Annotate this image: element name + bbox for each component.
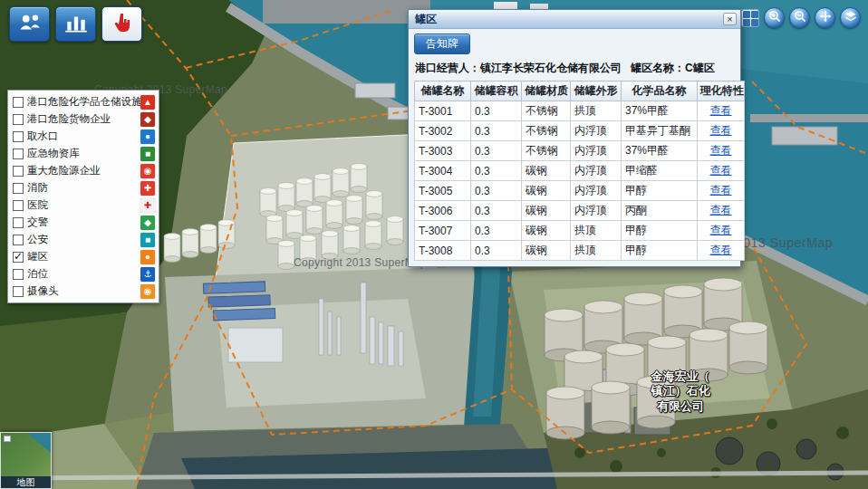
tank-table: 储罐名称 储罐容积 储罐材质 储罐外形 化学品名称 理化特性 xyxy=(414,81,745,261)
view-link[interactable]: 查看 xyxy=(710,124,732,137)
view-link[interactable]: 查看 xyxy=(710,104,732,117)
view-link[interactable]: 查看 xyxy=(710,224,732,236)
tank-name-cell: T-3003 xyxy=(415,141,471,161)
tank-volume-cell: 0.3 xyxy=(471,121,522,141)
tank-row: T-3005 0.3 碳钢 内浮顶 甲醇 查看 xyxy=(415,181,745,201)
tank-shape-cell: 内浮顶 xyxy=(571,141,622,161)
overview-minimap[interactable]: 地图 xyxy=(0,432,52,489)
bar-chart-icon xyxy=(63,12,89,36)
layer-checkbox[interactable] xyxy=(13,149,24,159)
layer-type-icon: ■ xyxy=(140,233,155,247)
tank-area-label: 罐区名称： xyxy=(631,62,685,74)
tank-chemical-cell: 甲醇 xyxy=(622,181,698,201)
tank-row: T-3006 0.3 碳钢 内浮顶 丙酮 查看 xyxy=(415,201,745,221)
statistics-button[interactable] xyxy=(55,6,96,42)
dialog-body: 告知牌 港口经营人：镇江李长荣石化仓储有限公司罐区名称：C罐区 储罐名称 储罐容… xyxy=(409,29,740,266)
layer-type-icon: ● xyxy=(140,129,155,144)
view-link[interactable]: 查看 xyxy=(710,204,732,216)
layer-checkbox[interactable] xyxy=(13,97,24,108)
zoom-out-button[interactable] xyxy=(789,7,810,28)
tank-shape-cell: 拱顶 xyxy=(571,221,622,241)
dialog-titlebar[interactable]: 罐区 × xyxy=(409,10,740,29)
view-link[interactable]: 查看 xyxy=(710,184,732,197)
layer-row[interactable]: 重大危险源企业 ◉ xyxy=(10,162,157,179)
tank-chemical-cell: 甲基异丁基酮 xyxy=(622,121,698,141)
tank-shape-cell: 内浮顶 xyxy=(571,121,622,141)
layer-row[interactable]: 取水口 ● xyxy=(10,128,157,145)
layer-row[interactable]: 医院 ✚ xyxy=(10,197,157,214)
tank-shape-cell: 拱顶 xyxy=(571,241,622,261)
layer-checkbox[interactable] xyxy=(13,286,24,297)
touch-mode-button[interactable] xyxy=(101,6,142,42)
tank-shape-cell: 内浮顶 xyxy=(571,161,622,181)
zoom-out-icon xyxy=(794,10,806,25)
layer-label: 公安 xyxy=(27,233,140,246)
tank-area-dialog: 罐区 × 告知牌 港口经营人：镇江李长荣石化仓储有限公司罐区名称：C罐区 储罐名… xyxy=(408,9,741,267)
view-link[interactable]: 查看 xyxy=(710,144,732,157)
layers-button[interactable] xyxy=(840,7,861,28)
layer-checkbox[interactable] xyxy=(13,252,24,263)
layer-panel: 港口危险化学品仓储设施 ▲ 港口危险货物企业 ◆ 取水口 ● 应急物资库 ■ 重… xyxy=(7,90,159,303)
layer-label: 港口危险货物企业 xyxy=(27,112,140,126)
view-link[interactable]: 查看 xyxy=(710,164,732,177)
tank-chemical-cell: 37%甲醛 xyxy=(622,141,698,161)
tank-material-cell: 碳钢 xyxy=(522,181,571,201)
layer-checkbox[interactable] xyxy=(13,166,24,177)
layer-label: 泊位 xyxy=(27,267,140,281)
close-icon[interactable]: × xyxy=(723,13,737,25)
layer-row[interactable]: 公安 ■ xyxy=(10,231,157,248)
tank-volume-cell: 0.3 xyxy=(471,181,522,201)
tank-row: T-3007 0.3 碳钢 拱顶 甲醇 查看 xyxy=(415,221,745,241)
tank-material-cell: 不锈钢 xyxy=(522,121,571,141)
layer-row[interactable]: 消防 ✚ xyxy=(10,179,157,197)
layer-checkbox[interactable] xyxy=(13,183,24,194)
zoom-in-icon xyxy=(768,10,781,25)
grid-layout-button[interactable] xyxy=(741,9,759,27)
view-link[interactable]: 查看 xyxy=(710,244,732,256)
zoom-in-button[interactable] xyxy=(764,7,785,28)
notice-board-button[interactable]: 告知牌 xyxy=(414,34,470,54)
layer-row[interactable]: 泊位 ⚓ xyxy=(10,265,157,283)
layer-checkbox[interactable] xyxy=(13,235,24,245)
layer-label: 港口危险化学品仓储设施 xyxy=(27,95,140,109)
tank-name-cell: T-3007 xyxy=(415,221,471,241)
tank-row: T-3003 0.3 不锈钢 内浮顶 37%甲醛 查看 xyxy=(415,141,745,161)
tank-chemical-cell: 37%甲醛 xyxy=(622,101,698,121)
map-controls xyxy=(741,7,861,28)
layer-type-icon: ✚ xyxy=(140,181,155,196)
dialog-info-line: 港口经营人：镇江李长荣石化仓储有限公司罐区名称：C罐区 xyxy=(415,61,735,76)
layer-row[interactable]: 港口危险货物企业 ◆ xyxy=(10,110,157,128)
layer-row[interactable]: 港口危险化学品仓储设施 ▲ xyxy=(10,93,157,110)
tank-chemical-cell: 丙酮 xyxy=(622,201,698,221)
pan-button[interactable] xyxy=(815,7,835,28)
tank-volume-cell: 0.3 xyxy=(471,161,522,181)
table-header: 储罐材质 xyxy=(522,82,571,101)
layer-checkbox[interactable] xyxy=(13,131,24,142)
layer-checkbox[interactable] xyxy=(13,200,24,211)
tank-shape-cell: 内浮顶 xyxy=(571,201,622,221)
tank-volume-cell: 0.3 xyxy=(471,241,522,261)
layer-label: 医院 xyxy=(27,198,140,212)
dialog-title: 罐区 xyxy=(415,12,723,27)
layer-row[interactable]: 罐区 ● xyxy=(10,248,157,265)
layer-checkbox[interactable] xyxy=(13,114,24,125)
layer-label: 罐区 xyxy=(27,250,140,264)
tank-name-cell: T-3005 xyxy=(415,181,471,201)
table-header: 储罐名称 xyxy=(415,82,471,101)
layer-checkbox[interactable] xyxy=(13,217,24,228)
layer-checkbox[interactable] xyxy=(13,269,24,280)
tank-row: T-3004 0.3 碳钢 内浮顶 甲缩醛 查看 xyxy=(415,161,745,181)
layer-type-icon: ◉ xyxy=(140,284,155,299)
layer-label: 交警 xyxy=(27,216,140,229)
table-header-row: 储罐名称 储罐容积 储罐材质 储罐外形 化学品名称 理化特性 xyxy=(415,82,745,101)
layer-label: 重大危险源企业 xyxy=(27,164,140,177)
table-header: 储罐容积 xyxy=(471,82,522,101)
tank-material-cell: 碳钢 xyxy=(522,241,571,261)
layer-row[interactable]: 应急物资库 ■ xyxy=(10,145,157,162)
layer-type-icon: ■ xyxy=(140,147,155,161)
layer-row[interactable]: 交警 ◆ xyxy=(10,214,157,231)
toolbar xyxy=(9,6,142,42)
tank-chemical-cell: 甲缩醛 xyxy=(622,161,698,181)
personnel-button[interactable] xyxy=(9,6,50,42)
layer-row[interactable]: 摄像头 ◉ xyxy=(10,283,157,300)
